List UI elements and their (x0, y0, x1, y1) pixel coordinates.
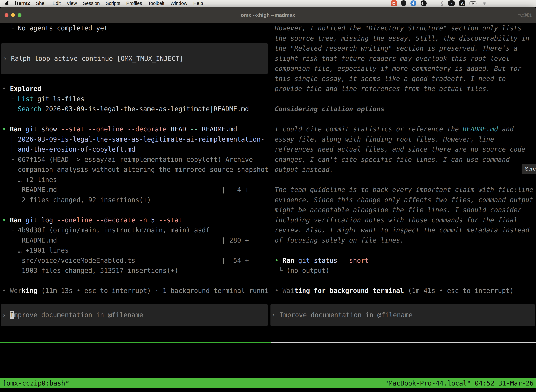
screen-tooltip: Scre (522, 164, 536, 174)
terminal-row: │ and-the-erosion-of-copyleft.md (2, 144, 269, 154)
terminal-row: The team guideline is to back every impo… (275, 185, 536, 195)
terminal-row: I could cite commit statistics or refere… (275, 124, 536, 134)
terminal-row (2, 205, 269, 215)
prompt-input-right-text: › Improve documentation in @filename (272, 310, 412, 320)
a-square-icon[interactable]: A (459, 0, 465, 6)
wifi-icon[interactable] (482, 1, 488, 6)
terminal-area: └ No agents completed yet › Ralph loop a… (0, 23, 536, 342)
token-status-right: gpt-5.4 xhigh · 96% left · 520K in · 5.8… (269, 332, 536, 342)
omx-status-line: [OMX#0.11.9] cczip/essay/ai-reimplementa… (0, 350, 536, 361)
menu-item-shell[interactable]: Shell (36, 1, 47, 6)
terminal-row: However, I noticed the "Directory Struct… (275, 23, 536, 33)
terminal-row: the "Related research writing" section i… (275, 43, 536, 54)
terminal-row: • Ran git log --oneline --decorate -n 5 … (2, 215, 269, 225)
menu-item-toolbelt[interactable]: Toolbelt (148, 1, 164, 6)
terminal-row: … +1901 lines (2, 245, 269, 256)
prompt-input-left-text: › Improve documentation in @filename (2, 310, 143, 320)
token-status-left: gpt-5.4 xhigh · main · 91% left · 2.31M … (0, 332, 269, 342)
terminal-row: 1903 files changed, 513517 insertions(+) (2, 266, 269, 276)
right-agent-pane[interactable]: However, I noticed the "Directory Struct… (269, 23, 536, 342)
terminal-row: companion analysis without altering the … (2, 165, 269, 175)
terminal-row: … +2 lines (2, 175, 269, 185)
battery-icon[interactable] (469, 1, 477, 5)
dots-grid-icon[interactable] (431, 0, 437, 6)
terminal-row: essay file, along with finding root file… (275, 134, 536, 145)
terminal-row: └ No agents completed yet (2, 23, 269, 33)
badge-61-icon[interactable]: ..61 (448, 0, 455, 6)
terminal-row (2, 276, 269, 286)
menu-item-view[interactable]: View (67, 1, 77, 6)
inject-banner-text: › Ralph loop active continue [OMX_TMUX_I… (3, 54, 183, 64)
terminal-row: changes, I can't cite specific file line… (275, 154, 536, 165)
left-rows-main: • Explored └ List git ls-files Search 20… (0, 74, 269, 296)
shield-icon[interactable] (401, 0, 406, 6)
terminal-row (275, 245, 536, 256)
terminal-row (2, 74, 269, 84)
terminal-row: • Ran git show --stat --oneline --decora… (2, 124, 269, 134)
right-rows: However, I noticed the "Directory Struct… (269, 23, 536, 296)
terminal-row: README.md | 4 + (2, 185, 269, 195)
terminal-row: • Working (11m 13s • esc to interrupt) ·… (2, 286, 269, 296)
spark-icon[interactable] (411, 0, 416, 6)
terminal-row: including verification notes with those … (275, 215, 536, 225)
iterm-window: omx --xhigh --madmax ⌥⌘1 └ No agents com… (0, 7, 536, 392)
terminal-row: evidence. Since this change only affects… (275, 195, 536, 205)
menu-item-help[interactable]: Help (193, 1, 203, 6)
terminal-row: src/voice/voiceModeEnabled.ts | 54 + (2, 256, 269, 266)
terminal-row: output instead. (275, 165, 536, 175)
terminal-row: • Ran git status --short (275, 256, 536, 266)
chat-icon[interactable] (391, 0, 397, 6)
terminal-row: of focusing solely on file lines. (275, 235, 536, 246)
terminal-row: references need actual files, and since … (275, 144, 536, 154)
titlebar[interactable]: omx --xhigh --madmax ⌥⌘1 (0, 7, 536, 23)
crescent-icon[interactable] (421, 0, 427, 6)
left-agent-pane[interactable]: └ No agents completed yet › Ralph loop a… (0, 23, 269, 342)
menu-item-session[interactable]: Session (83, 1, 100, 6)
terminal-row (275, 114, 536, 124)
terminal-row: slight risk that future readers may over… (275, 54, 536, 64)
prompt-input-left[interactable]: › Improve documentation in @filename (1, 304, 268, 326)
left-rows-top: └ No agents completed yet (0, 23, 269, 43)
hook-icon[interactable]: § (441, 0, 444, 6)
menu-item-profiles[interactable]: Profiles (126, 1, 142, 6)
terminal-row: the source tree, missing the essay. Stil… (275, 33, 536, 44)
terminal-row: │ 2026-03-09-is-legal-the-same-as-legiti… (2, 134, 269, 145)
terminal-row (275, 175, 536, 185)
menu-items: iTerm2ShellEditViewSessionScriptsProfile… (15, 1, 203, 6)
tmux-session-label: [omx-cczip0:bash* (2, 378, 69, 388)
bottom-bash-pane[interactable]: [OMX#0.11.9] cczip/essay/ai-reimplementa… (0, 343, 536, 392)
terminal-row (2, 114, 269, 124)
terminal-row: Considering citation options (275, 104, 536, 114)
terminal-row: └ List git ls-files (2, 94, 269, 104)
menu-item-window[interactable]: Window (170, 1, 187, 6)
inject-banner: › Ralph loop active continue [OMX_TMUX_I… (1, 43, 268, 74)
tmux-status-bar: [omx-cczip0:bash* "MacBook-Pro-44.local"… (0, 378, 536, 388)
window-title: omx --xhigh --madmax (0, 7, 536, 23)
menu-item-edit[interactable]: Edit (53, 1, 61, 6)
tmux-host-clock: "MacBook-Pro-44.local" 04:52 31-Mar-26 (385, 378, 534, 388)
terminal-row (275, 94, 536, 104)
terminal-row: └ 4b9d30f (origin/main, instructkr/main,… (2, 225, 269, 235)
terminal-row: this single essay, it seems like a good … (275, 74, 536, 84)
terminal-row: README.md | 280 + (2, 235, 269, 246)
terminal-row: companion file, especially if more comme… (275, 64, 536, 74)
terminal-row: provide file and line references from th… (275, 84, 536, 94)
terminal-row: • Waiting for background terminal (1m 41… (275, 286, 536, 296)
apple-menu-icon[interactable] (5, 1, 9, 5)
menubar: iTerm2ShellEditViewSessionScriptsProfile… (0, 0, 536, 7)
terminal-row (2, 33, 269, 44)
terminal-row: 2 files changed, 92 insertions(+) (2, 195, 269, 205)
tab-shortcut: ⌥⌘1 (518, 7, 532, 23)
menu-item-scripts[interactable]: Scripts (106, 1, 120, 6)
terminal-row: Search 2026-03-09-is-legal-the-same-as-l… (2, 104, 269, 114)
terminal-row: • Explored (2, 84, 269, 94)
terminal-row: └ (no output) (275, 266, 536, 276)
terminal-row (275, 276, 536, 286)
terminal-row: might be acceptable alongside the file l… (275, 205, 536, 215)
menu-item-iterm2[interactable]: iTerm2 (15, 1, 30, 6)
menubar-status-icons: § ..61 A (391, 0, 488, 7)
terminal-row: └ 067f154 (HEAD -> essay/ai-reimplementa… (2, 154, 269, 165)
terminal-row: review. Also, I might want to inspect th… (275, 225, 536, 235)
prompt-input-right[interactable]: › Improve documentation in @filename (270, 304, 535, 326)
